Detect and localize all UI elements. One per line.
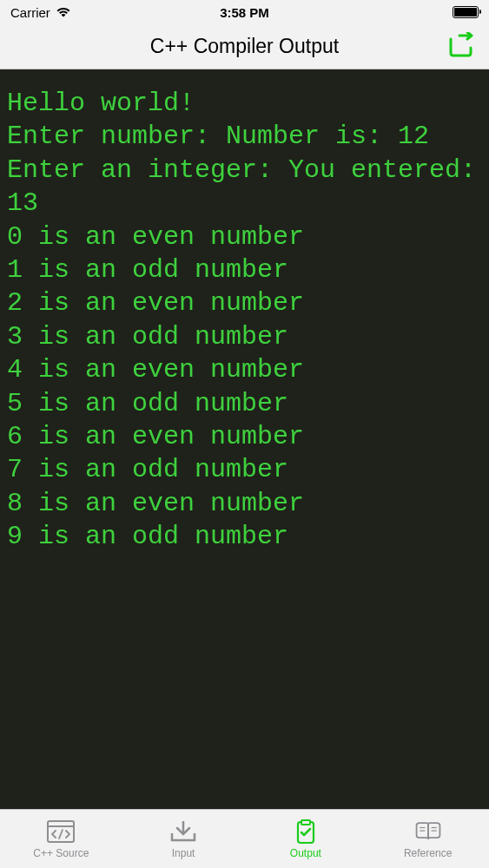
source-icon (46, 819, 76, 845)
tab-input-label: Input (172, 847, 195, 859)
tab-output[interactable]: Output (245, 819, 367, 859)
tab-reference-label: Reference (404, 847, 452, 859)
svg-rect-0 (48, 821, 74, 842)
time-label: 3:58 PM (220, 5, 269, 20)
nav-bar: C++ Compiler Output (0, 24, 489, 69)
tab-reference[interactable]: Reference (367, 819, 489, 859)
tab-bar: C++ Source Input Output (0, 809, 489, 868)
tab-source[interactable]: C++ Source (0, 819, 122, 859)
share-button[interactable] (447, 32, 477, 62)
reference-icon (413, 819, 443, 845)
tab-output-label: Output (290, 847, 321, 859)
status-bar: Carrier 3:58 PM (0, 0, 489, 24)
carrier-label: Carrier (10, 5, 50, 20)
tab-source-label: C++ Source (33, 847, 89, 859)
console-output: Hello world! Enter number: Number is: 12… (0, 69, 489, 809)
output-icon (291, 819, 320, 845)
page-title: C++ Compiler Output (150, 35, 339, 58)
wifi-icon (56, 5, 71, 20)
share-icon (447, 32, 477, 58)
console-text: Hello world! Enter number: Number is: 12… (7, 87, 482, 553)
battery-icon (453, 6, 479, 18)
status-left: Carrier (10, 5, 71, 20)
svg-rect-4 (301, 820, 310, 825)
tab-input[interactable]: Input (122, 819, 245, 859)
input-icon (169, 819, 198, 845)
